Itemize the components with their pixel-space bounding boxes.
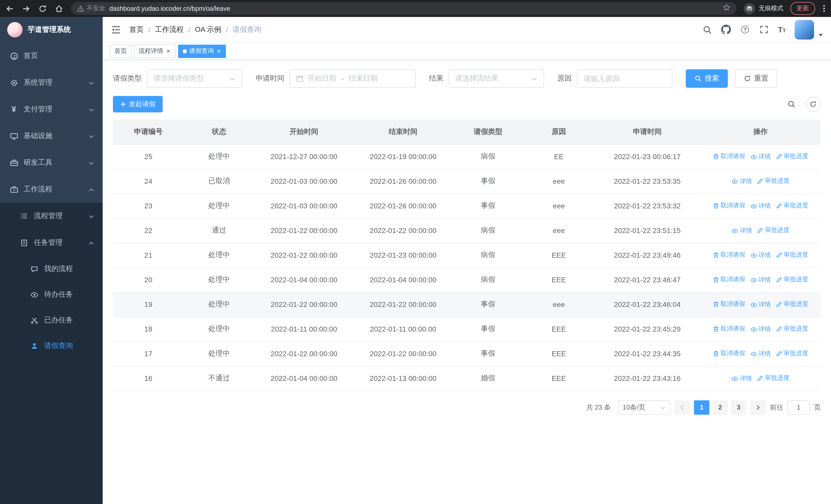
sidebar-item-payment[interactable]: ¥ 支付管理 <box>0 96 103 123</box>
action-progress-link[interactable]: 审批进度 <box>757 226 790 235</box>
sidebar-item-label: 支付管理 <box>24 105 52 114</box>
action-cancel-link[interactable]: 取消请假 <box>713 250 745 259</box>
action-cancel-link[interactable]: 取消请假 <box>713 324 745 333</box>
leave-type-label: 请假类型 <box>113 74 142 83</box>
sidebar-item-my-processes[interactable]: 我的流程 <box>0 256 103 282</box>
github-icon[interactable] <box>721 24 731 35</box>
navbar-tools: ? TT <box>702 20 823 39</box>
action-progress-link[interactable]: 审批进度 <box>776 250 808 259</box>
sidebar-item-home[interactable]: 首页 <box>0 42 103 69</box>
result-select[interactable]: 请选择流结果 <box>449 69 544 88</box>
avatar-caret-icon[interactable] <box>819 34 823 36</box>
user-avatar[interactable] <box>795 20 814 39</box>
breadcrumb-oa-example[interactable]: OA 示例 <box>195 25 222 34</box>
breadcrumb-workflow[interactable]: 工作流程 <box>155 25 184 34</box>
toggle-search-button[interactable] <box>784 96 799 112</box>
action-progress-link[interactable]: 审批进度 <box>776 324 808 333</box>
bookmark-star-icon[interactable] <box>723 4 730 13</box>
search-button[interactable]: 搜索 <box>686 69 728 88</box>
action-progress-link[interactable]: 审批进度 <box>776 349 808 358</box>
sidebar-item-todo-tasks[interactable]: 待办任务 <box>0 282 103 307</box>
security-warning[interactable]: 不安全 <box>77 4 105 13</box>
date-range-picker[interactable]: 开始日期 - 结束日期 <box>289 69 416 88</box>
next-page-button[interactable] <box>750 400 766 414</box>
page-2-button[interactable]: 2 <box>712 400 728 414</box>
action-progress-link[interactable]: 审批进度 <box>757 374 790 382</box>
cell-actions: 取消请假详情审批进度 <box>700 243 821 267</box>
create-leave-button[interactable]: 发起请假 <box>113 96 163 112</box>
sidebar-logo[interactable]: 芋道管理系统 <box>0 17 103 42</box>
search-icon[interactable] <box>702 24 712 35</box>
action-cancel-link[interactable]: 取消请假 <box>713 349 745 358</box>
action-progress-link[interactable]: 审批进度 <box>757 177 790 185</box>
help-icon[interactable]: ? <box>740 24 750 35</box>
tab-leave-query[interactable]: 请假查询 × <box>178 45 226 58</box>
prev-page-button[interactable] <box>675 400 690 414</box>
briefcase-icon <box>9 158 19 167</box>
action-label: 取消请假 <box>721 300 745 308</box>
cell-status: 已取消 <box>184 169 255 194</box>
browser-reload-icon[interactable] <box>38 4 47 13</box>
cell-apply-time: 2022-01-22 23:51:15 <box>594 218 700 243</box>
tab-process-detail[interactable]: 流程详情 × <box>134 45 175 58</box>
sidebar-toggle-icon[interactable] <box>111 24 121 35</box>
action-detail-link[interactable]: 详情 <box>750 300 771 309</box>
sidebar-item-infrastructure[interactable]: 基础设施 <box>0 123 103 149</box>
sidebar-item-workflow[interactable]: 工作流程 <box>0 176 103 203</box>
cell-status: 处理中 <box>184 317 255 341</box>
page-3-button[interactable]: 3 <box>731 400 746 414</box>
action-detail-link[interactable]: 详情 <box>750 202 771 210</box>
page-size-select[interactable]: 10条/页 <box>618 400 670 414</box>
cell-leave-type: 病假 <box>453 144 523 169</box>
sidebar-item-leave-query[interactable]: 请假查询 <box>0 333 103 359</box>
action-detail-link[interactable]: 详情 <box>750 325 771 334</box>
cell-actions: 取消请假详情审批进度 <box>700 194 821 218</box>
fullscreen-icon[interactable] <box>759 24 769 35</box>
action-cancel-link[interactable]: 取消请假 <box>713 152 745 161</box>
action-progress-link[interactable]: 审批进度 <box>776 152 808 161</box>
close-icon[interactable]: × <box>166 48 171 54</box>
page-1-button[interactable]: 1 <box>694 400 709 414</box>
reason-input[interactable] <box>577 69 672 88</box>
sidebar-item-process-mgmt[interactable]: 流程管理 <box>0 203 103 230</box>
action-cancel-link[interactable]: 取消请假 <box>713 300 745 308</box>
close-icon[interactable]: × <box>216 48 221 54</box>
incognito-indicator[interactable]: 无痕模式 <box>744 3 783 14</box>
browser-menu-icon[interactable] <box>822 5 826 12</box>
action-detail-link[interactable]: 详情 <box>732 374 752 383</box>
list-icon <box>20 211 29 221</box>
action-detail-link[interactable]: 详情 <box>750 276 771 284</box>
action-progress-link[interactable]: 审批进度 <box>776 275 808 284</box>
breadcrumb-home[interactable]: 首页 <box>130 25 144 34</box>
sidebar-item-task-mgmt[interactable]: 任务管理 <box>0 230 103 256</box>
sidebar-item-label: 基础设施 <box>24 131 52 141</box>
browser-update-button[interactable]: 更新 <box>791 2 815 15</box>
address-bar[interactable]: 不安全 dashboard.yudao.iocoder.cn/bpm/oa/le… <box>71 2 737 15</box>
browser-toolbar: 不安全 dashboard.yudao.iocoder.cn/bpm/oa/le… <box>0 0 831 17</box>
refresh-table-button[interactable] <box>805 96 821 112</box>
action-detail-link[interactable]: 详情 <box>732 177 752 186</box>
browser-home-icon[interactable] <box>54 4 64 13</box>
action-progress-link[interactable]: 审批进度 <box>776 300 808 308</box>
font-size-icon[interactable]: TT <box>778 25 786 34</box>
action-detail-link[interactable]: 详情 <box>732 226 752 235</box>
action-label: 审批进度 <box>784 300 808 308</box>
action-cancel-link[interactable]: 取消请假 <box>713 275 745 284</box>
sidebar-item-system[interactable]: 系统管理 <box>0 69 103 96</box>
goto-page-input[interactable] <box>787 400 810 414</box>
browser-forward-icon[interactable] <box>22 4 31 13</box>
sidebar-item-devtools[interactable]: 研发工具 <box>0 149 103 176</box>
action-cancel-link[interactable]: 取消请假 <box>713 201 745 210</box>
sidebar-item-done-tasks[interactable]: 已办任务 <box>0 307 103 333</box>
action-detail-link[interactable]: 详情 <box>750 350 771 358</box>
action-detail-link[interactable]: 详情 <box>750 251 771 260</box>
leave-type-select[interactable]: 请选择请假类型 <box>147 69 242 88</box>
tab-home[interactable]: 首页 <box>110 45 132 58</box>
browser-back-icon[interactable] <box>5 4 15 13</box>
action-progress-link[interactable]: 审批进度 <box>776 201 808 210</box>
eye-icon <box>750 154 757 159</box>
cell-leave-type: 病假 <box>453 243 523 267</box>
reset-button[interactable]: 重置 <box>735 69 777 88</box>
action-detail-link[interactable]: 详情 <box>750 152 771 161</box>
edit-icon <box>776 252 782 258</box>
